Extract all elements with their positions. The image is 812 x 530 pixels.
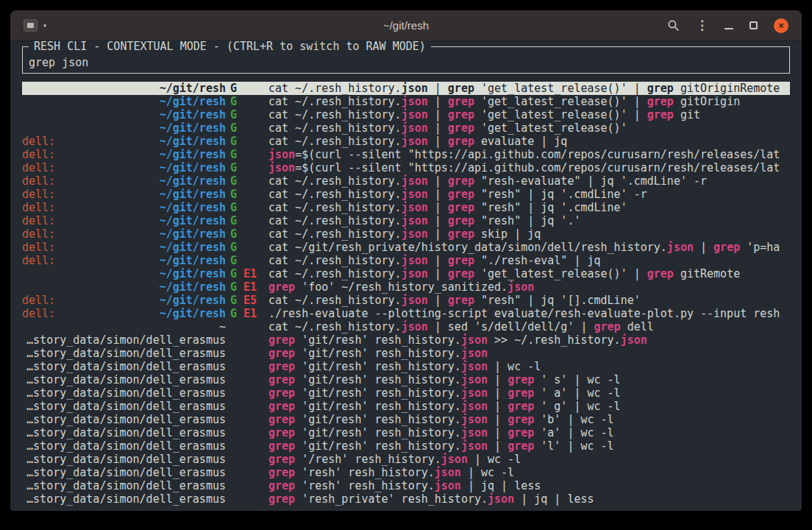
- host-and-directory: ~/git/resh: [22, 121, 226, 135]
- history-row[interactable]: dell:~/git/reshGjson=$(curl --silent "ht…: [22, 161, 790, 174]
- row-flags: G: [226, 161, 268, 174]
- directory-label: ~/git/resh: [160, 280, 226, 294]
- command-text: grep 'git/resh' resh_history.json | wc -…: [268, 360, 790, 373]
- history-row[interactable]: …story_data/simon/dell_erasmusgrep 'git/…: [22, 426, 790, 439]
- history-row[interactable]: dell:~/git/reshGcat ~/.resh_history.json…: [22, 201, 790, 214]
- directory-label: ~/git/resh: [160, 201, 226, 214]
- history-row[interactable]: …story_data/simon/dell_erasmusgrep 'resh…: [22, 466, 790, 479]
- match-highlight: json: [402, 294, 428, 307]
- match-highlight: grep: [508, 426, 534, 439]
- history-row[interactable]: …story_data/simon/dell_erasmusgrep 'git/…: [22, 386, 790, 400]
- directory-label: ~/git/resh: [160, 254, 226, 267]
- history-row[interactable]: …story_data/simon/dell_erasmusgrep 'resh…: [22, 479, 790, 492]
- search-icon[interactable]: [667, 19, 680, 32]
- match-highlight: json: [461, 400, 488, 413]
- host-and-directory: ~/git/resh: [22, 280, 226, 294]
- row-flags: G: [226, 227, 268, 241]
- history-row[interactable]: dell:~/git/reshGcat ~/.resh_history.json…: [22, 174, 790, 188]
- directory-label: ~/git/resh: [160, 121, 226, 135]
- host-and-directory: ~/git/resh: [22, 267, 226, 280]
- directory-label: ~: [219, 320, 226, 333]
- row-flags: [226, 360, 268, 373]
- history-row[interactable]: dell:~/git/reshGcat ~/.resh_history.json…: [22, 214, 790, 227]
- directory-label: ~/git/resh: [160, 82, 226, 95]
- history-row[interactable]: ~/git/reshG E1grep 'foo' ~/resh_history_…: [22, 280, 790, 294]
- history-row[interactable]: …story_data/simon/dell_erasmusgrep 'git/…: [22, 347, 790, 360]
- match-highlight: json: [402, 188, 428, 201]
- row-flags: G: [226, 148, 268, 161]
- match-highlight: grep: [448, 135, 474, 148]
- command-text: cat ~/.resh_history.json | grep "./resh-…: [268, 254, 790, 267]
- command-text: cat ~/.resh_history.json | grep "resh" |…: [268, 201, 790, 214]
- directory-label: …story_data/simon/dell_erasmus: [26, 413, 226, 426]
- command-text: json=$(curl --silent "https://api.github…: [268, 161, 790, 174]
- match-highlight: json: [621, 333, 647, 347]
- host-label: dell:: [22, 307, 55, 320]
- history-row[interactable]: …story_data/simon/dell_erasmusgrep 'git/…: [22, 400, 790, 413]
- history-row[interactable]: ~/git/reshGcat ~/.resh_history.json | gr…: [22, 95, 790, 108]
- history-row[interactable]: …story_data/simon/dell_erasmusgrep 'git/…: [22, 413, 790, 426]
- restore-button[interactable]: [749, 21, 758, 29]
- command-text: cat ~/.resh_history.json | grep 'get_lat…: [268, 267, 790, 280]
- history-row[interactable]: …story_data/simon/dell_erasmusgrep 'git/…: [22, 333, 790, 347]
- history-row[interactable]: …story_data/simon/dell_erasmusgrep 'git/…: [22, 439, 790, 453]
- kebab-menu-icon[interactable]: ⋮: [696, 19, 708, 32]
- host-label: dell:: [22, 214, 55, 227]
- directory-label: …story_data/simon/dell_erasmus: [26, 360, 226, 373]
- history-row-selected[interactable]: ~/git/reshGcat ~/.resh_history.json | gr…: [22, 82, 790, 95]
- history-row[interactable]: ~cat ~/.resh_history.json | sed 's/dell/…: [22, 320, 790, 333]
- history-row[interactable]: ~/git/reshGcat ~/.resh_history.json | gr…: [22, 108, 790, 121]
- host-label: dell:: [22, 254, 55, 267]
- row-flags: [226, 347, 268, 360]
- history-row[interactable]: …story_data/simon/dell_erasmusgrep 'resh…: [22, 492, 790, 506]
- row-flags: [226, 413, 268, 426]
- match-highlight: grep: [448, 108, 474, 121]
- search-query-input[interactable]: grep json: [29, 56, 783, 69]
- command-text: grep 'git/resh' resh_history.json | grep…: [268, 439, 790, 453]
- git-flag: G: [230, 161, 237, 174]
- command-text: cat ~/.resh_history.json | sed 's/dell/d…: [268, 320, 790, 333]
- terminal-tab-button[interactable]: ▾: [19, 17, 51, 34]
- row-flags: [226, 426, 268, 439]
- history-row[interactable]: …story_data/simon/dell_erasmusgrep '/res…: [22, 453, 790, 466]
- history-row[interactable]: dell:~/git/reshGcat ~/.resh_history.json…: [22, 188, 790, 201]
- history-row[interactable]: dell:~/git/reshG E1./resh-evaluate --plo…: [22, 307, 790, 320]
- host-and-directory: dell:~/git/resh: [22, 241, 226, 254]
- history-row[interactable]: dell:~/git/reshGcat ~/.resh_history.json…: [22, 254, 790, 267]
- history-row[interactable]: dell:~/git/reshG E5cat ~/.resh_history.j…: [22, 294, 790, 307]
- history-row[interactable]: ~/git/reshGcat ~/.resh_history.json | gr…: [22, 121, 790, 135]
- git-flag: G: [230, 214, 237, 227]
- host-label: dell:: [22, 161, 55, 174]
- history-row[interactable]: dell:~/git/reshGjson=$(curl --silent "ht…: [22, 148, 790, 161]
- row-flags: G: [226, 121, 268, 135]
- command-text: cat ~/.resh_history.json | grep evaluate…: [268, 135, 790, 148]
- close-button[interactable]: ×: [774, 18, 788, 33]
- directory-label: …story_data/simon/dell_erasmus: [26, 373, 226, 386]
- row-flags: G: [226, 82, 268, 95]
- history-row[interactable]: ~/git/reshG E1cat ~/.resh_history.json |…: [22, 267, 790, 280]
- history-row[interactable]: dell:~/git/reshGcat ~/git/resh_private/h…: [22, 241, 790, 254]
- host-and-directory: dell:~/git/resh: [22, 188, 226, 201]
- match-highlight: grep: [647, 267, 674, 280]
- minimize-button[interactable]: [724, 28, 733, 29]
- command-text: cat ~/.resh_history.json | grep "resh" |…: [268, 214, 790, 227]
- exit-status-flag: E1: [243, 267, 257, 280]
- directory-label: …story_data/simon/dell_erasmus: [26, 479, 226, 492]
- host-and-directory: …story_data/simon/dell_erasmus: [22, 439, 226, 453]
- match-highlight: grep: [448, 174, 474, 188]
- row-flags: G E5: [226, 294, 268, 307]
- row-flags: [226, 492, 268, 506]
- git-flag: G: [230, 280, 237, 294]
- match-highlight: grep: [268, 373, 295, 386]
- history-row[interactable]: …story_data/simon/dell_erasmusgrep 'git/…: [22, 360, 790, 373]
- row-flags: G: [226, 95, 268, 108]
- row-flags: G: [226, 188, 268, 201]
- history-row[interactable]: dell:~/git/reshGcat ~/.resh_history.json…: [22, 227, 790, 241]
- host-and-directory: …story_data/simon/dell_erasmus: [22, 426, 226, 439]
- row-flags: [226, 479, 268, 492]
- history-row[interactable]: dell:~/git/reshGcat ~/.resh_history.json…: [22, 135, 790, 148]
- history-row[interactable]: …story_data/simon/dell_erasmusgrep 'git/…: [22, 373, 790, 386]
- match-highlight: grep: [508, 400, 534, 413]
- row-flags: [226, 400, 268, 413]
- match-highlight: json: [461, 386, 488, 400]
